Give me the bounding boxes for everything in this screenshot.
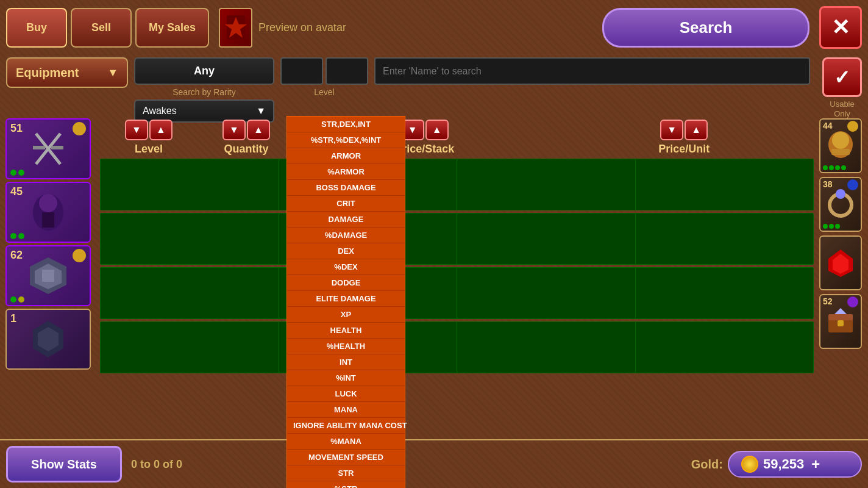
dropdown-item[interactable]: LUCK [287, 386, 405, 402]
dropdown-item[interactable]: HEALTH [287, 323, 405, 339]
dropdown-item[interactable]: DAMAGE [287, 212, 405, 228]
gem-dot [841, 165, 846, 170]
close-button[interactable]: ✕ [819, 6, 862, 49]
rarity-button[interactable]: Any [134, 57, 274, 85]
svg-rect-18 [831, 149, 850, 155]
row-cell [457, 159, 636, 210]
dropdown-item[interactable]: INT [287, 354, 405, 370]
dropdown-item[interactable]: XP [287, 307, 405, 323]
dropdown-item[interactable]: STR [287, 465, 405, 481]
row-cell [636, 322, 814, 373]
level-col-label: Level [135, 143, 163, 156]
price-stack-sort-up[interactable]: ▲ [425, 120, 449, 140]
item-badge [847, 121, 858, 132]
list-item[interactable]: 44 [819, 118, 862, 173]
price-unit-sort-down[interactable]: ▼ [660, 120, 683, 140]
tab-buy[interactable]: Buy [6, 8, 67, 48]
preview-icon [219, 8, 252, 48]
rarity-label: Search by Rarity [173, 87, 235, 97]
level-sort-down[interactable]: ▼ [125, 120, 148, 140]
price-unit-sort-up[interactable]: ▲ [685, 120, 708, 140]
gold-value: 59,253 [763, 456, 804, 472]
row-cell [457, 268, 636, 318]
name-search-input[interactable] [374, 57, 810, 85]
svg-rect-12 [42, 270, 54, 282]
dropdown-item[interactable]: ELITE DAMAGE [287, 291, 405, 307]
filter-row: Equipment ▼ Any Search by Rarity Awakes … [0, 55, 868, 116]
level-max-input[interactable] [326, 57, 368, 85]
row-cell [101, 322, 279, 373]
dropdown-item[interactable]: %MANA [287, 434, 405, 450]
item-image [825, 305, 856, 339]
qty-sort-down[interactable]: ▼ [222, 120, 246, 140]
row-cell [101, 268, 279, 318]
list-item[interactable]: 1 [5, 309, 91, 370]
col-level: ▼ ▲ Level [100, 120, 197, 156]
list-item[interactable] [819, 235, 862, 290]
table-row[interactable] [100, 159, 814, 210]
list-item[interactable]: 62 [5, 245, 91, 306]
search-button[interactable]: Search [602, 8, 809, 48]
list-item[interactable]: 52 [819, 294, 862, 349]
qty-sort-up[interactable]: ▲ [247, 120, 270, 140]
name-search [374, 57, 810, 85]
dropdown-item[interactable]: %HEALTH [287, 339, 405, 354]
gem-dot [835, 165, 840, 170]
dropdown-item[interactable]: MANA [287, 402, 405, 418]
table-rows [100, 159, 814, 439]
usable-only: ✓ UsableOnly [822, 57, 862, 118]
item-badge [73, 249, 86, 262]
list-item[interactable]: 51 [5, 118, 91, 179]
rarity-section: Any Search by Rarity Awakes ▼ [134, 57, 274, 123]
svg-point-13 [76, 252, 83, 259]
dropdown-item[interactable]: STR,DEX,INT [287, 117, 405, 132]
table-row[interactable] [100, 267, 814, 319]
row-cell [636, 214, 814, 264]
gem-dot [18, 233, 24, 239]
column-headers: ▼ ▲ Level ▼ ▲ Quantity ▼ ▲ Price/Stack [100, 116, 814, 159]
equipment-dropdown[interactable]: Equipment ▼ [6, 57, 128, 88]
top-bar: Buy Sell My Sales Preview on avatar Sear… [0, 0, 868, 55]
level-sort-up[interactable]: ▲ [149, 120, 173, 140]
tab-my-sales[interactable]: My Sales [135, 8, 209, 48]
dropdown-item[interactable]: %INT [287, 370, 405, 386]
gem-dot [823, 165, 828, 170]
dropdown-item[interactable]: DODGE [287, 275, 405, 291]
dropdown-item[interactable]: BOSS DAMAGE [287, 180, 405, 196]
tab-sell[interactable]: Sell [71, 8, 132, 48]
dropdown-item[interactable]: %DEX [287, 259, 405, 275]
list-item[interactable]: 38 [819, 177, 862, 232]
usable-only-checkbox[interactable]: ✓ [822, 57, 862, 97]
col-quantity: ▼ ▲ Quantity [197, 120, 295, 156]
show-stats-button[interactable]: Show Stats [6, 446, 122, 483]
table-row[interactable] [100, 213, 814, 265]
dropdown-item[interactable]: MOVEMENT SPEED [287, 450, 405, 465]
level-label: Level [314, 87, 334, 97]
svg-point-21 [836, 189, 845, 199]
bottom-bar: Show Stats 0 to 0 of 0 Gold: 59,253 + [0, 439, 868, 488]
awakes-dropdown: STR,DEX,INT%STR,%DEX,%INTARMOR%ARMORBOSS… [286, 116, 405, 488]
awakes-arrow-icon: ▼ [256, 106, 266, 117]
level-min-input[interactable] [280, 57, 323, 85]
svg-marker-28 [834, 308, 847, 314]
item-image [24, 254, 73, 297]
svg-point-17 [832, 132, 849, 149]
right-sidebar: 44 38 [816, 116, 865, 439]
table-row[interactable] [100, 321, 814, 373]
dropdown-item[interactable]: %ARMOR [287, 164, 405, 180]
svg-rect-4 [33, 146, 45, 149]
dropdown-item[interactable]: IGNORE ABILITY MANA COST [287, 418, 405, 434]
svg-rect-5 [51, 146, 63, 149]
dropdown-item[interactable]: %STR,%DEX,%INT [287, 132, 405, 148]
equipment-label: Equipment [16, 66, 79, 80]
dropdown-item[interactable]: ARMOR [287, 148, 405, 164]
gem-dot [10, 296, 16, 303]
gem-dot [10, 233, 16, 239]
gold-add-button[interactable]: + [811, 456, 820, 473]
dropdown-item[interactable]: CRIT [287, 196, 405, 212]
level-inputs: Level [280, 57, 368, 97]
list-item[interactable]: 45 [5, 182, 91, 243]
dropdown-item[interactable]: %STR [287, 481, 405, 488]
dropdown-item[interactable]: DEX [287, 243, 405, 259]
dropdown-item[interactable]: %DAMAGE [287, 228, 405, 243]
